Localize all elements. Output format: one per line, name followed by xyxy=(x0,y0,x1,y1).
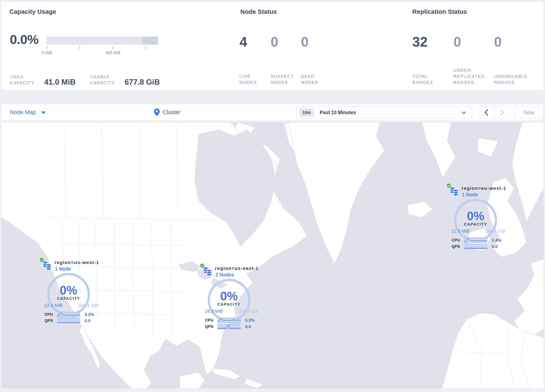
usable-capacity: 169.4 GiB xyxy=(485,229,506,234)
time-range-badge: 10m xyxy=(300,108,313,117)
capacity-bar-reserved xyxy=(142,37,158,44)
map-toolbar: Node Map Cluster 10m Past 10 Minutes Now xyxy=(1,104,544,121)
qps-label: QPS xyxy=(446,244,460,249)
dead-nodes-label: DEAD NODES xyxy=(301,73,318,86)
node-count-link[interactable]: 1 Node xyxy=(55,266,71,272)
region-label: region=us-west-1 xyxy=(55,260,99,265)
node-status-section: Node Status 4 LIVE NODES 0 SUSPECT NODES… xyxy=(239,2,385,90)
database-nodes-icon xyxy=(42,261,52,271)
qps-label: QPS xyxy=(39,318,53,323)
time-range-label: Past 10 Minutes xyxy=(320,110,356,115)
region-marker-us-west-1[interactable]: region=us-west-1 1 Node 0% CAPACITY 12.2… xyxy=(39,257,108,326)
world-map xyxy=(1,122,544,389)
capacity-label: CAPACITY xyxy=(206,302,252,307)
qps-value: 0.0 xyxy=(245,324,251,329)
time-forward-button[interactable] xyxy=(494,107,510,118)
chevron-down-icon xyxy=(461,112,466,114)
map-pin-icon xyxy=(154,108,160,116)
usable-capacity: 169.4 GiB xyxy=(78,303,99,308)
cpu-sparkline xyxy=(217,317,241,323)
under-replicated-label: UNDER- REPLICATED RANGES xyxy=(453,67,485,86)
node-status-title: Node Status xyxy=(240,8,277,15)
cpu-label: CPU xyxy=(446,238,460,243)
axis-label: 400 GiB xyxy=(100,50,125,55)
capacity-usage-section: Capacity Usage 0.0% 0 GiB 400 GiB USED C… xyxy=(9,2,230,90)
capacity-percent: 0% xyxy=(206,289,252,303)
time-range-dropdown[interactable]: 10m Past 10 Minutes xyxy=(297,107,472,118)
qps-value: 0.0 xyxy=(85,318,91,323)
suspect-nodes-count: 0 xyxy=(271,35,278,49)
breadcrumb-label: Cluster xyxy=(163,109,180,116)
time-step-control xyxy=(478,107,510,118)
used-capacity: 12.5 MiB xyxy=(446,229,470,234)
usable-capacity-label: USABLE CAPACITY xyxy=(90,74,115,86)
capacity-usage-title: Capacity Usage xyxy=(9,8,56,15)
suspect-nodes-label: SUSPECT NODES xyxy=(271,73,294,86)
used-capacity: 12.2 MiB xyxy=(39,303,62,308)
live-nodes-count: 4 xyxy=(240,35,247,49)
cpu-label: CPU xyxy=(199,318,213,323)
used-capacity-label: USED CAPACITY xyxy=(10,74,35,86)
time-back-button[interactable] xyxy=(478,107,494,118)
axis-tick xyxy=(146,46,146,49)
cpu-label: CPU xyxy=(39,312,53,317)
capacity-bar-track xyxy=(47,37,158,44)
region-marker-eu-west-1[interactable]: region=eu-west-1 1 Node 0% CAPACITY 12.5… xyxy=(446,183,515,252)
chevron-down-icon xyxy=(41,112,46,114)
capacity-bar: 0 GiB 400 GiB xyxy=(47,37,158,60)
view-selector-label: Node Map xyxy=(10,109,36,116)
cluster-summary-panel: Capacity Usage 0.0% 0 GiB 400 GiB USED C… xyxy=(1,2,544,90)
cpu-sparkline xyxy=(57,312,80,317)
qps-sparkline xyxy=(217,324,241,329)
replication-status-title: Replication Status xyxy=(412,8,467,15)
usable-capacity-value: 677.8 GiB xyxy=(124,78,160,87)
replication-status-section: Replication Status 32 TOTAL RANGES 0 UND… xyxy=(411,2,543,90)
total-ranges-count: 32 xyxy=(412,35,427,49)
qps-label: QPS xyxy=(199,324,213,329)
region-label: region=eu-west-1 xyxy=(462,186,506,191)
database-nodes-icon xyxy=(449,186,459,197)
capacity-stats: USED CAPACITY 41.0 MiB USABLE CAPACITY 6… xyxy=(10,74,160,86)
used-capacity: 16.3 MiB xyxy=(199,309,223,314)
database-nodes-icon xyxy=(203,266,212,277)
cpu-value: 2.4% xyxy=(492,238,501,243)
axis-tick xyxy=(47,46,47,49)
unavailable-ranges-label: UNAVAILABLE RANGES xyxy=(494,73,528,86)
used-capacity-value: 41.0 MiB xyxy=(44,78,76,87)
capacity-percent: 0% xyxy=(45,283,92,297)
cpu-sparkline xyxy=(464,237,487,243)
node-map[interactable]: region=us-west-1 1 Node 0% CAPACITY 12.2… xyxy=(1,122,544,389)
axis-tick xyxy=(113,46,113,49)
axis-label: 0 GiB xyxy=(34,50,59,55)
qps-sparkline xyxy=(464,244,487,249)
view-selector-dropdown[interactable]: Node Map xyxy=(10,104,46,120)
capacity-label: CAPACITY xyxy=(452,222,499,227)
chevron-left-icon xyxy=(484,109,488,116)
qps-sparkline xyxy=(57,318,80,324)
usable-capacity: 338.9 GiB xyxy=(238,309,259,314)
region-marker-us-east-1[interactable]: region=us-east-1 2 Nodes 0% CAPACITY 16.… xyxy=(199,263,268,332)
cpu-value: 3.2% xyxy=(85,312,94,317)
unavailable-ranges-count: 0 xyxy=(494,35,502,49)
node-count-link[interactable]: 2 Nodes xyxy=(216,272,234,278)
axis-tick xyxy=(80,46,80,49)
chevron-right-icon xyxy=(500,109,504,116)
dead-nodes-count: 0 xyxy=(301,35,309,49)
live-nodes-label: LIVE NODES xyxy=(240,73,257,86)
capacity-label: CAPACITY xyxy=(45,296,92,301)
cpu-value: 5.2% xyxy=(245,318,255,323)
capacity-percent: 0.0% xyxy=(10,32,38,47)
under-replicated-count: 0 xyxy=(453,35,461,49)
total-ranges-label: TOTAL RANGES xyxy=(412,73,433,86)
region-label: region=us-east-1 xyxy=(215,266,259,271)
node-count-link[interactable]: 1 Node xyxy=(462,192,478,198)
capacity-percent: 0% xyxy=(452,209,499,223)
qps-value: 0.0 xyxy=(492,244,498,249)
breadcrumb[interactable]: Cluster xyxy=(154,104,180,120)
now-button[interactable]: Now xyxy=(515,107,543,118)
